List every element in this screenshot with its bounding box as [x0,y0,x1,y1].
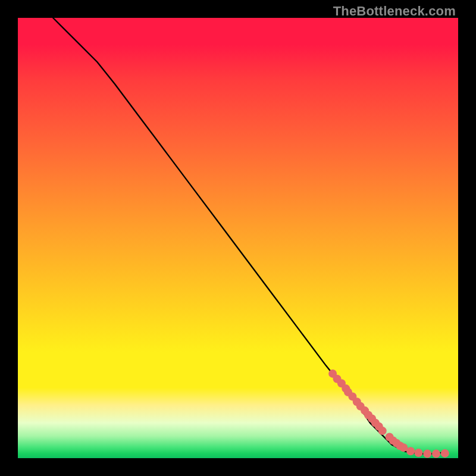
data-marker [423,450,431,458]
data-marker [414,449,422,457]
data-marker [378,427,387,435]
data-marker [432,450,440,458]
data-marker [399,443,408,452]
plot-area [18,18,458,458]
data-marker [406,447,415,455]
bottleneck-curve-line [53,18,445,454]
data-markers-group [328,369,449,458]
chart-overlay-svg [18,18,458,458]
chart-stage: TheBottleneck.com [0,0,476,476]
data-marker [441,449,449,458]
watermark-text: TheBottleneck.com [333,4,456,19]
